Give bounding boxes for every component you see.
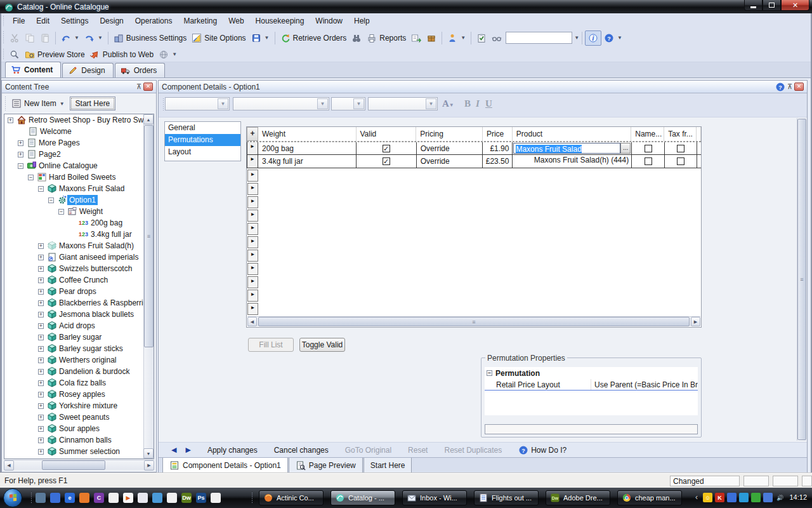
- tree-item[interactable]: +Summer selection: [4, 446, 154, 457]
- scroll-right-icon[interactable]: ▶: [144, 460, 154, 471]
- tab-orders[interactable]: Orders: [115, 63, 166, 77]
- tree-item[interactable]: +Cola fizz balls: [4, 377, 154, 389]
- tree-item[interactable]: +Acid drops: [4, 320, 154, 331]
- tasks-grip[interactable]: [251, 493, 254, 503]
- chevron-down-icon[interactable]: ▼: [265, 35, 270, 41]
- quicklaunch-dreamweaver-icon[interactable]: Dw: [181, 493, 192, 503]
- checkbox[interactable]: ✓: [383, 157, 390, 165]
- expand-icon[interactable]: +: [38, 346, 44, 352]
- tree-item[interactable]: +Cinnamon balls: [4, 434, 154, 446]
- toolbar-grip[interactable]: [2, 31, 5, 44]
- collapse-icon[interactable]: −: [28, 175, 34, 180]
- expand-icon[interactable]: +: [38, 300, 44, 306]
- row-selector[interactable]: ►: [247, 263, 258, 275]
- checkbox[interactable]: ✓: [383, 145, 390, 152]
- quicklaunch-window-switcher-icon[interactable]: [50, 493, 60, 503]
- tree-item[interactable]: 1233.4kg full jar: [4, 229, 154, 240]
- section-item-general[interactable]: General: [165, 122, 240, 134]
- collapse-icon[interactable]: −: [18, 163, 23, 169]
- binoculars-button[interactable]: [349, 31, 364, 45]
- table-horizontal-scrollbar[interactable]: ◀ ≡ ▶: [247, 316, 700, 326]
- restore-button[interactable]: [763, 0, 781, 11]
- retrieve-orders-button[interactable]: Retrieve Orders: [278, 31, 350, 45]
- expand-icon[interactable]: +: [18, 152, 23, 157]
- quicklaunch-firefox-icon[interactable]: [79, 493, 89, 503]
- tree-item[interactable]: −Maxons Fruit Salad: [4, 183, 154, 194]
- tree-item[interactable]: +More Pages: [4, 137, 154, 149]
- tray-volume-icon[interactable]: 🔊: [775, 493, 785, 502]
- tree-item[interactable]: +Giant aniseed imperials: [4, 251, 154, 263]
- column-header-2[interactable]: Pricing: [416, 127, 483, 141]
- menu-help[interactable]: Help: [348, 14, 376, 28]
- expand-icon[interactable]: +: [38, 277, 44, 283]
- tree-item[interactable]: +Sour apples: [4, 423, 154, 434]
- menu-marketing[interactable]: Marketing: [178, 14, 223, 28]
- cut-button[interactable]: [7, 31, 22, 45]
- expand-icon[interactable]: +: [38, 312, 44, 318]
- checkbox[interactable]: [677, 145, 684, 152]
- tree-item[interactable]: +Page2: [4, 149, 154, 160]
- expand-icon[interactable]: +: [18, 140, 23, 146]
- quicklaunch-chrome-icon[interactable]: [152, 493, 162, 503]
- row-selector[interactable]: ►: [247, 183, 258, 195]
- font-combo[interactable]: ▼: [233, 97, 329, 110]
- checkbox[interactable]: [645, 145, 652, 152]
- scroll-left-icon[interactable]: ◀: [247, 317, 257, 326]
- reset-button[interactable]: Reset: [408, 446, 428, 455]
- tree-item[interactable]: +Yorkshire mixture: [4, 400, 154, 411]
- collapse-icon[interactable]: −: [58, 209, 64, 215]
- reports-button[interactable]: Reports: [364, 31, 409, 45]
- tree-item[interactable]: +Sweet peanuts: [4, 411, 154, 423]
- save-button[interactable]: ▼: [249, 31, 272, 45]
- underline-button[interactable]: U: [485, 98, 492, 109]
- column-header-0[interactable]: Weight: [258, 127, 357, 141]
- taskbar-task-2[interactable]: Inbox - Wi...: [402, 490, 467, 505]
- taskbar-task-3[interactable]: Flights out ...: [474, 490, 539, 505]
- product-browse-button[interactable]: ...: [620, 143, 631, 154]
- toolbar-grip[interactable]: [2, 16, 5, 27]
- row-selector[interactable]: ►: [247, 290, 258, 302]
- scroll-left-icon[interactable]: ◀: [4, 460, 14, 471]
- tree-item[interactable]: +Blackberries & Raspberrie: [4, 297, 154, 309]
- tree-item[interactable]: +Coffee Crunch: [4, 274, 154, 286]
- row-selector[interactable]: ►: [247, 142, 258, 155]
- row-selector[interactable]: ►: [247, 155, 258, 168]
- tree-item[interactable]: +Retro Sweet Shop - Buy Retro Sw: [4, 114, 154, 126]
- italic-button[interactable]: I: [476, 98, 480, 109]
- preview-store-button[interactable]: Preview Store: [22, 48, 88, 62]
- business-settings-button[interactable]: Business Settings: [111, 31, 189, 45]
- person-button[interactable]: ▼: [445, 31, 468, 45]
- column-header-3[interactable]: Price: [483, 127, 513, 141]
- close-button[interactable]: ✕: [781, 0, 809, 11]
- minimize-button[interactable]: [744, 0, 763, 11]
- tree-item[interactable]: +Dandelion & burdock: [4, 366, 154, 377]
- menu-design[interactable]: Design: [94, 14, 129, 28]
- chevron-down-icon[interactable]: ▼: [74, 35, 79, 41]
- quicklaunch-media-player-icon[interactable]: ▶: [123, 493, 133, 503]
- property-row[interactable]: Retail Price Layout Use Parent (=Basic P…: [485, 379, 698, 391]
- scroll-thumb[interactable]: ≡: [258, 317, 690, 326]
- row-selector[interactable]: ►: [247, 196, 258, 208]
- collapse-icon[interactable]: −: [38, 186, 44, 192]
- row-selector[interactable]: ►: [247, 276, 258, 288]
- menu-window[interactable]: Window: [310, 14, 348, 28]
- tree-item[interactable]: −1-Weight: [4, 206, 154, 217]
- info-button[interactable]: i: [585, 30, 601, 46]
- close-panel-button[interactable]: ✕: [143, 83, 153, 91]
- scroll-down-icon[interactable]: ▼: [143, 448, 154, 458]
- expand-icon[interactable]: +: [38, 369, 44, 375]
- row-selector[interactable]: ►: [247, 250, 258, 262]
- start-button[interactable]: [3, 488, 22, 507]
- tray-messenger-smiley-icon[interactable]: ☺: [703, 493, 712, 502]
- tab-design[interactable]: Design: [62, 63, 113, 77]
- taskbar-task-0[interactable]: Actinic Co...: [259, 490, 324, 505]
- expand-icon[interactable]: +: [38, 438, 44, 443]
- bold-button[interactable]: B: [464, 98, 471, 109]
- scroll-thumb[interactable]: ≡: [144, 125, 154, 347]
- product-cell[interactable]: Maxons Fruit Salad(h) (444): [513, 155, 632, 168]
- quicklaunch-grip[interactable]: [30, 493, 33, 503]
- tree-item[interactable]: +Werthers original: [4, 354, 154, 366]
- checkbox[interactable]: [645, 157, 652, 165]
- row-selector[interactable]: ►: [247, 223, 258, 235]
- tree-item[interactable]: −Hard Boiled Sweets: [4, 171, 154, 183]
